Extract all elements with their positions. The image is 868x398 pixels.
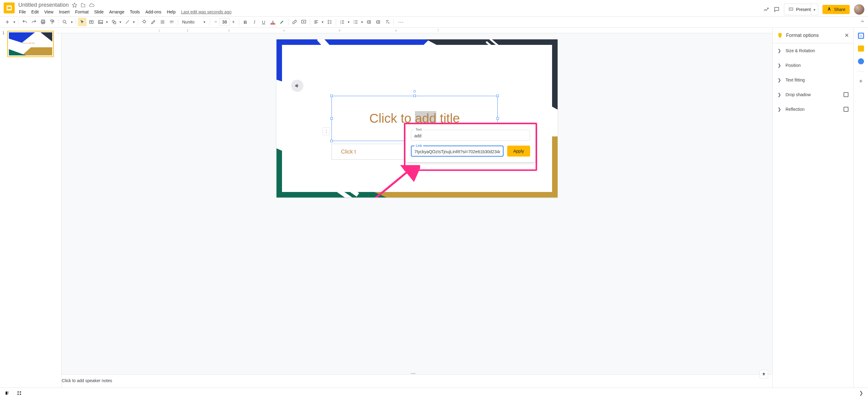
doc-title[interactable]: Untitled presentation: [18, 2, 69, 8]
grid-view-button[interactable]: [17, 390, 22, 396]
menu-slide[interactable]: Slide: [94, 9, 103, 14]
underline-button[interactable]: U: [259, 18, 268, 26]
font-size-decrease[interactable]: −: [212, 18, 219, 26]
indent-button[interactable]: [374, 18, 382, 26]
italic-button[interactable]: I: [250, 18, 259, 26]
menu-help[interactable]: Help: [167, 9, 176, 14]
shape-dropdown[interactable]: ▼: [118, 18, 123, 26]
font-selector[interactable]: Nunito ▼: [180, 19, 208, 25]
resize-handle-bl[interactable]: [330, 140, 333, 142]
shape-tool[interactable]: [110, 18, 118, 26]
clear-format-button[interactable]: [383, 18, 392, 26]
new-slide-button[interactable]: [3, 18, 11, 26]
resize-handle-tr[interactable]: [496, 95, 499, 97]
fill-color-button[interactable]: [140, 18, 149, 26]
calendar-icon[interactable]: 31: [858, 33, 864, 39]
numbered-list-button[interactable]: 123: [338, 18, 346, 26]
close-sidebar-button[interactable]: ✕: [844, 32, 849, 39]
rotate-handle[interactable]: [413, 90, 416, 93]
activity-icon[interactable]: [763, 6, 769, 12]
resize-handle-tm[interactable]: [413, 95, 416, 97]
redo-button[interactable]: [30, 18, 38, 26]
border-color-button[interactable]: [149, 18, 158, 26]
border-weight-button[interactable]: [158, 18, 167, 26]
comments-icon[interactable]: [774, 6, 780, 12]
slide-canvas[interactable]: Click to add title Click t Text Link: [277, 39, 558, 197]
resize-handle-ml[interactable]: [330, 117, 333, 120]
resize-handle-mr[interactable]: [496, 117, 499, 120]
menu-arrange[interactable]: Arrange: [109, 9, 124, 14]
last-edit-link[interactable]: Last edit was seconds ago: [181, 9, 231, 14]
line-dropdown[interactable]: ▼: [132, 18, 136, 26]
collapse-toolbar-button[interactable]: [860, 19, 865, 25]
hide-side-panel-button[interactable]: ❯: [859, 390, 863, 396]
menu-tools[interactable]: Tools: [130, 9, 140, 14]
resize-handle-tl[interactable]: [330, 95, 333, 97]
explore-button[interactable]: [760, 370, 768, 378]
keep-icon[interactable]: [858, 45, 864, 52]
tasks-icon[interactable]: [858, 58, 864, 64]
filmstrip-view-button[interactable]: [5, 390, 10, 396]
zoom-dropdown[interactable]: ▼: [70, 18, 74, 26]
font-size-input[interactable]: 38: [219, 18, 230, 26]
share-button[interactable]: Share: [823, 5, 850, 14]
audio-chip[interactable]: [291, 80, 303, 92]
section-size-rotation[interactable]: ❯ Size & Rotation: [773, 43, 853, 58]
font-size-increase[interactable]: +: [230, 18, 237, 26]
insert-comment-button[interactable]: [300, 18, 308, 26]
image-tool[interactable]: [96, 18, 105, 26]
present-label: Present: [796, 7, 811, 12]
menu-edit[interactable]: Edit: [31, 9, 39, 14]
menu-file[interactable]: File: [19, 9, 26, 14]
line-spacing-button[interactable]: [326, 18, 334, 26]
zoom-button[interactable]: [61, 18, 69, 26]
new-slide-dropdown[interactable]: ▼: [12, 18, 17, 26]
undo-button[interactable]: [21, 18, 29, 26]
move-icon[interactable]: [80, 2, 86, 8]
highlight-button[interactable]: [278, 18, 286, 26]
link-url-input[interactable]: [414, 149, 500, 154]
section-position[interactable]: ❯ Position: [773, 58, 853, 73]
menu-format[interactable]: Format: [75, 9, 89, 14]
menu-insert[interactable]: Insert: [59, 9, 70, 14]
title-placeholder-text[interactable]: Click to add title: [369, 111, 460, 126]
print-button[interactable]: [39, 18, 48, 26]
user-avatar[interactable]: [854, 4, 864, 15]
bold-button[interactable]: B: [241, 18, 250, 26]
section-drop-shadow[interactable]: ❯ Drop shadow: [773, 87, 853, 102]
slide-thumbnail-1[interactable]: Click to add title: [7, 31, 54, 57]
drop-shadow-checkbox[interactable]: [843, 92, 848, 97]
image-dropdown[interactable]: ▼: [105, 18, 109, 26]
svg-rect-26: [8, 391, 8, 392]
select-tool[interactable]: [78, 18, 87, 26]
present-dropdown[interactable]: ▼: [811, 4, 818, 15]
reflection-checkbox[interactable]: [843, 107, 848, 112]
menu-view[interactable]: View: [44, 9, 54, 14]
textbox-tool[interactable]: [87, 18, 96, 26]
bullet-list-dropdown[interactable]: ▼: [360, 18, 364, 26]
cloud-status-icon[interactable]: [89, 2, 94, 8]
section-reflection[interactable]: ❯ Reflection: [773, 102, 853, 117]
bullet-list-button[interactable]: [351, 18, 360, 26]
align-button[interactable]: [312, 18, 320, 26]
paint-format-button[interactable]: [48, 18, 57, 26]
link-text-input[interactable]: [414, 133, 527, 138]
insert-link-button[interactable]: [290, 18, 299, 26]
apply-button[interactable]: Apply: [507, 145, 530, 157]
numbered-list-dropdown[interactable]: ▼: [346, 18, 351, 26]
align-dropdown[interactable]: ▼: [320, 18, 325, 26]
slides-app-icon[interactable]: [4, 2, 15, 13]
section-text-fitting[interactable]: ❯ Text fitting: [773, 73, 853, 87]
line-tool[interactable]: [123, 18, 132, 26]
more-tools-button[interactable]: ⋯: [396, 19, 407, 25]
speaker-notes[interactable]: Click to add speaker notes: [56, 374, 772, 388]
autofit-button[interactable]: [322, 127, 330, 135]
add-addon-icon[interactable]: +: [858, 78, 864, 84]
star-icon[interactable]: [72, 2, 77, 8]
text-color-button[interactable]: A: [269, 18, 277, 26]
outdent-button[interactable]: [365, 18, 373, 26]
border-dash-button[interactable]: [167, 18, 176, 26]
svg-point-19: [354, 20, 354, 21]
thumb-title-text: Click to add title: [22, 42, 35, 44]
menu-addons[interactable]: Add-ons: [146, 9, 161, 14]
